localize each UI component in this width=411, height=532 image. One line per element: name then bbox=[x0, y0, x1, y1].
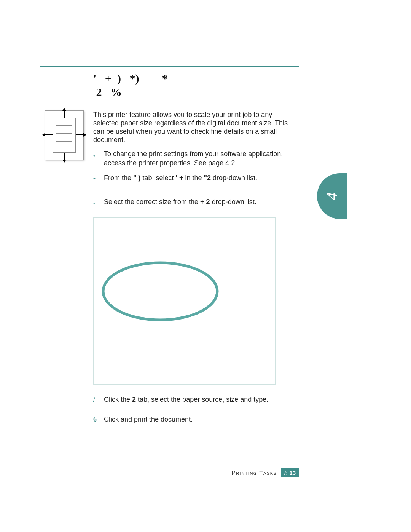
arrowhead-left-icon bbox=[42, 133, 45, 137]
step-text: From the bbox=[104, 174, 133, 182]
arrow-right-icon bbox=[76, 134, 84, 135]
step-text: tab, select bbox=[141, 174, 176, 182]
footer-page-number: /: 13 bbox=[281, 468, 299, 477]
step-text: drop-down list. bbox=[210, 198, 256, 206]
page-text-lines-icon bbox=[56, 123, 72, 147]
heading-line2: 2 % bbox=[93, 86, 122, 98]
step-1: , To change the print settings from your… bbox=[93, 149, 299, 168]
section-heading: ' + ) *) * 2 % bbox=[93, 72, 284, 99]
step-2: - From the " ) tab, select ' + in the "2… bbox=[93, 173, 299, 182]
screenshot-placeholder bbox=[93, 217, 276, 385]
intro-paragraph: This printer feature allows you to scale… bbox=[93, 110, 299, 144]
step-text: Click the bbox=[104, 396, 132, 403]
arrow-down-icon bbox=[64, 153, 65, 160]
step-number: - bbox=[93, 173, 101, 182]
ui-label: ' + bbox=[176, 174, 183, 182]
arrowhead-down-icon bbox=[62, 160, 66, 163]
ui-label: " ) bbox=[133, 174, 141, 182]
step-text: and print the document. bbox=[121, 415, 193, 423]
step-number: / bbox=[93, 395, 101, 404]
ui-label: "2 bbox=[204, 174, 211, 182]
scale-illustration bbox=[45, 110, 84, 160]
step-number: , bbox=[93, 149, 101, 158]
step-3: . Select the correct size from the + 2 d… bbox=[93, 197, 299, 206]
chapter-thumb-tab: 4 bbox=[317, 173, 347, 219]
step-number: 6 bbox=[93, 415, 101, 424]
heading-line1: ' + ) *) * bbox=[93, 72, 167, 85]
page-footer: Printing Tasks /: 13 bbox=[0, 468, 411, 477]
step-body: To change the print settings from your s… bbox=[104, 149, 299, 168]
step-text: To change the print settings from your s… bbox=[104, 150, 283, 167]
ui-label: + 2 bbox=[200, 198, 210, 206]
chapter-number: 4 bbox=[323, 192, 341, 200]
step-body: From the " ) tab, select ' + in the "2 d… bbox=[104, 173, 299, 182]
svg-point-0 bbox=[103, 263, 217, 320]
section-rule bbox=[40, 66, 299, 67]
ui-label: 2 bbox=[132, 396, 136, 403]
highlight-ellipse-icon bbox=[101, 260, 219, 323]
step-text: tab, select the paper source, size and t… bbox=[136, 396, 268, 403]
step-text: Click bbox=[104, 415, 121, 423]
step-body: Click the 2 tab, select the paper source… bbox=[104, 395, 299, 404]
footer-section-label: Printing Tasks bbox=[232, 470, 277, 476]
step-text: in the bbox=[183, 174, 204, 182]
arrow-up-icon bbox=[64, 110, 65, 118]
page-outline-icon bbox=[53, 118, 76, 153]
step-body: Click and print the document. bbox=[104, 415, 299, 424]
arrowhead-right-icon bbox=[83, 133, 86, 137]
step-5: 6 Click and print the document. bbox=[93, 415, 299, 424]
arrow-left-icon bbox=[45, 134, 53, 135]
step-4: / Click the 2 tab, select the paper sour… bbox=[93, 395, 299, 404]
step-text: drop-down list. bbox=[211, 174, 257, 182]
arrowhead-up-icon bbox=[62, 108, 66, 111]
step-text: Select the correct size from the bbox=[104, 198, 200, 206]
step-body: Select the correct size from the + 2 dro… bbox=[104, 197, 299, 206]
step-number: . bbox=[93, 197, 101, 206]
